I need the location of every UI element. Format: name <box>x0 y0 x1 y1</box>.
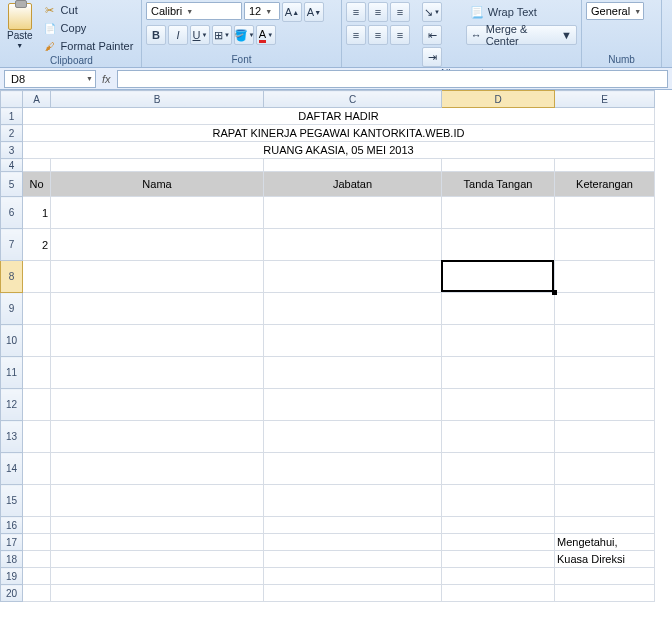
cell[interactable] <box>442 261 555 293</box>
wrap-text-button[interactable]: 📃 Wrap Text <box>466 2 577 22</box>
cell[interactable] <box>51 568 264 585</box>
font-name-combo[interactable]: Calibri▼ <box>146 2 242 20</box>
underline-button[interactable]: U▼ <box>190 25 210 45</box>
cell[interactable] <box>264 517 442 534</box>
cell[interactable] <box>555 517 655 534</box>
cell[interactable] <box>264 389 442 421</box>
name-box[interactable]: D8 ▼ <box>4 70 96 88</box>
cell[interactable] <box>23 325 51 357</box>
cell[interactable]: 1 <box>23 197 51 229</box>
cell[interactable] <box>555 389 655 421</box>
row-head[interactable]: 16 <box>1 517 23 534</box>
bold-button[interactable]: B <box>146 25 166 45</box>
increase-indent-button[interactable]: ⇥ <box>422 47 442 67</box>
cell[interactable] <box>264 568 442 585</box>
table-header-cell[interactable]: No <box>23 172 51 197</box>
align-center-button[interactable]: ≡ <box>368 25 388 45</box>
col-head-D[interactable]: D <box>442 91 555 108</box>
row-head[interactable]: 15 <box>1 485 23 517</box>
cell[interactable] <box>442 517 555 534</box>
row-head[interactable]: 17 <box>1 534 23 551</box>
cell[interactable]: DAFTAR HADIR <box>23 108 655 125</box>
shrink-font-button[interactable]: A▼ <box>304 2 324 22</box>
cell[interactable] <box>442 551 555 568</box>
cell[interactable] <box>23 421 51 453</box>
cell[interactable] <box>51 159 264 172</box>
cell[interactable]: Kuasa Direksi <box>555 551 655 568</box>
cell[interactable] <box>264 357 442 389</box>
row-head[interactable]: 4 <box>1 159 23 172</box>
cell[interactable] <box>51 534 264 551</box>
cell[interactable]: Mengetahui, <box>555 534 655 551</box>
cell[interactable] <box>23 293 51 325</box>
cell[interactable] <box>442 389 555 421</box>
border-button[interactable]: ⊞▼ <box>212 25 232 45</box>
row-head[interactable]: 13 <box>1 421 23 453</box>
cell[interactable] <box>51 453 264 485</box>
cell[interactable] <box>442 197 555 229</box>
row-head[interactable]: 19 <box>1 568 23 585</box>
row-head[interactable]: 8 <box>1 261 23 293</box>
cell[interactable] <box>555 485 655 517</box>
format-painter-button[interactable]: Format Painter <box>38 38 139 54</box>
align-middle-button[interactable]: ≡ <box>368 2 388 22</box>
cell[interactable] <box>442 325 555 357</box>
cell[interactable] <box>442 485 555 517</box>
cell[interactable] <box>51 325 264 357</box>
cell[interactable] <box>51 551 264 568</box>
fill-color-button[interactable]: 🪣▼ <box>234 25 254 45</box>
cell[interactable] <box>51 229 264 261</box>
table-header-cell[interactable]: Nama <box>51 172 264 197</box>
cell[interactable] <box>51 517 264 534</box>
cell[interactable] <box>51 389 264 421</box>
cell[interactable] <box>555 261 655 293</box>
merge-center-button[interactable]: ↔ Merge & Center ▼ <box>466 25 577 45</box>
cell[interactable] <box>555 453 655 485</box>
cell[interactable] <box>264 325 442 357</box>
decrease-indent-button[interactable]: ⇤ <box>422 25 442 45</box>
cell[interactable] <box>51 293 264 325</box>
cell[interactable] <box>442 357 555 389</box>
cell[interactable] <box>555 585 655 602</box>
cell[interactable] <box>23 389 51 421</box>
cell[interactable] <box>555 568 655 585</box>
col-head-C[interactable]: C <box>264 91 442 108</box>
row-head[interactable]: 6 <box>1 197 23 229</box>
table-header-cell[interactable]: Keterangan <box>555 172 655 197</box>
cell[interactable] <box>51 261 264 293</box>
cell[interactable] <box>51 585 264 602</box>
cell[interactable] <box>264 229 442 261</box>
cell[interactable] <box>23 551 51 568</box>
cell[interactable] <box>442 585 555 602</box>
cell[interactable] <box>23 159 51 172</box>
cell[interactable] <box>442 293 555 325</box>
row-head[interactable]: 5 <box>1 172 23 197</box>
cell[interactable] <box>23 261 51 293</box>
cell[interactable] <box>555 197 655 229</box>
row-head[interactable]: 20 <box>1 585 23 602</box>
fx-icon[interactable]: fx <box>102 73 111 85</box>
font-color-button[interactable]: A▼ <box>256 25 276 45</box>
cell[interactable] <box>555 357 655 389</box>
table-header-cell[interactable]: Jabatan <box>264 172 442 197</box>
copy-button[interactable]: Copy <box>38 20 139 36</box>
paste-button[interactable]: Paste ▼ <box>6 2 34 50</box>
cell[interactable] <box>442 534 555 551</box>
cell[interactable] <box>264 453 442 485</box>
row-head[interactable]: 12 <box>1 389 23 421</box>
cell[interactable] <box>51 421 264 453</box>
cell[interactable] <box>23 517 51 534</box>
formula-input[interactable] <box>117 70 668 88</box>
italic-button[interactable]: I <box>168 25 188 45</box>
row-head[interactable]: 1 <box>1 108 23 125</box>
row-head[interactable]: 14 <box>1 453 23 485</box>
cell[interactable] <box>23 485 51 517</box>
cell[interactable] <box>264 534 442 551</box>
align-right-button[interactable]: ≡ <box>390 25 410 45</box>
cell[interactable] <box>442 159 555 172</box>
select-all-corner[interactable] <box>1 91 23 108</box>
row-head[interactable]: 2 <box>1 125 23 142</box>
orientation-button[interactable]: ↘▼ <box>422 2 442 22</box>
row-head[interactable]: 9 <box>1 293 23 325</box>
cell[interactable]: RAPAT KINERJA PEGAWAI KANTORKITA.WEB.ID <box>23 125 655 142</box>
